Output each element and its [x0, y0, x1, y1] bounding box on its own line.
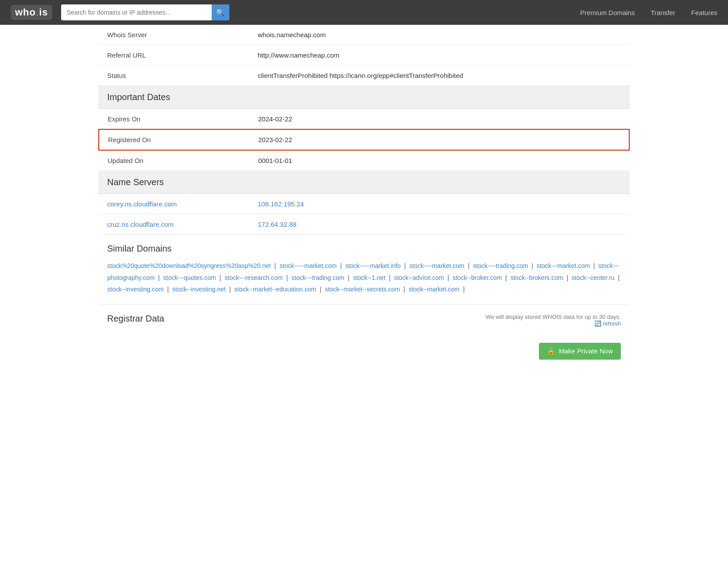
domain-separator: |	[387, 274, 392, 281]
registrar-data-note: We will display stored WHOIS data for up…	[486, 314, 621, 320]
lock-icon: 🔒	[547, 347, 555, 355]
similar-domains-section: Similar Domains stock%20quote%20download…	[98, 235, 630, 305]
important-dates-table: Expires On 2024-02-22 Registered On 2023…	[98, 109, 630, 171]
make-private-label: Make Private Now	[559, 347, 613, 355]
domain-separator: |	[166, 286, 170, 293]
ns-link-cell-1: corey.ns.cloudflare.com	[98, 194, 249, 214]
domain-separator: |	[403, 262, 407, 269]
similar-domain-link[interactable]: stock--brokers.com	[511, 274, 563, 281]
site-logo[interactable]: who.is	[11, 5, 52, 20]
status-row: Status clientTransferProhibited https://…	[98, 66, 630, 86]
whois-server-label: Whois Server	[98, 25, 249, 45]
ns-link-1[interactable]: corey.ns.cloudflare.com	[107, 200, 177, 208]
similar-domain-link[interactable]: stock---trading.com	[291, 274, 345, 281]
similar-domain-link[interactable]: stock%20quote%20download%20syngress%20as…	[107, 262, 271, 269]
similar-domain-link[interactable]: stock--center.ru	[572, 274, 614, 281]
referral-url-label: Referral URL	[98, 45, 249, 66]
registrar-data-title: Registrar Data	[107, 314, 164, 324]
similar-domain-link[interactable]: stock---quotes.com	[163, 274, 216, 281]
registered-on-row: Registered On 2023-02-22	[99, 129, 629, 150]
important-dates-header: Important Dates	[98, 86, 630, 109]
domain-separator: |	[530, 262, 535, 269]
domain-separator: |	[446, 274, 451, 281]
referral-url-row: Referral URL http://www.namecheap.com	[98, 45, 630, 66]
similar-domain-link[interactable]: stock--investing.com	[107, 286, 164, 293]
similar-domain-link[interactable]: stock--market--education.com	[234, 286, 316, 293]
search-bar: 🔍	[61, 4, 229, 20]
domain-separator: |	[466, 262, 471, 269]
status-label: Status	[98, 66, 249, 86]
ns-ip-2[interactable]: 172.64.32.88	[258, 221, 297, 228]
status-value: clientTransferProhibited https://icann.o…	[249, 66, 630, 86]
search-input[interactable]	[61, 4, 212, 20]
similar-domain-link[interactable]: stock---market.com	[537, 262, 590, 269]
whois-server-value: whois.namecheap.com	[249, 25, 630, 45]
whois-server-row: Whois Server whois.namecheap.com	[98, 25, 630, 45]
search-icon: 🔍	[216, 8, 225, 17]
similar-domain-link[interactable]: stock---research.com	[225, 274, 283, 281]
ns-ip-cell-2: 172.64.32.88	[249, 214, 630, 235]
make-private-button[interactable]: 🔒 Make Private Now	[539, 343, 621, 360]
refresh-icon: 🔄	[594, 320, 601, 327]
refresh-link[interactable]: 🔄 refresh	[594, 320, 621, 327]
ns-row-1: corey.ns.cloudflare.com 108.162.195.24	[98, 194, 630, 214]
ns-row-2: cruz.ns.cloudflare.com 172.64.32.88	[98, 214, 630, 235]
registered-on-value: 2023-02-22	[249, 129, 629, 150]
ns-link-2[interactable]: cruz.ns.cloudflare.com	[107, 221, 174, 228]
domain-separator: |	[228, 286, 232, 293]
logo-text: who.is	[11, 5, 52, 20]
expires-on-label: Expires On	[99, 109, 249, 129]
ns-ip-cell-1: 108.162.195.24	[249, 194, 630, 214]
search-button[interactable]: 🔍	[212, 4, 229, 20]
domain-separator: |	[218, 274, 223, 281]
domain-separator: |	[592, 262, 596, 269]
similar-domain-link[interactable]: stock--advice.com	[394, 274, 444, 281]
similar-domains-links: stock%20quote%20download%20syngress%20as…	[107, 260, 621, 295]
similar-domain-link[interactable]: stock--broker.com	[453, 274, 502, 281]
whois-partial-table: Whois Server whois.namecheap.com Referra…	[98, 25, 630, 86]
similar-domain-link[interactable]: stock--investing.net	[172, 286, 226, 293]
similar-domain-link[interactable]: stock--market.com	[409, 286, 460, 293]
name-servers-header: Name Servers	[98, 171, 630, 194]
expires-on-value: 2024-02-22	[249, 109, 629, 129]
domain-separator: |	[338, 262, 343, 269]
updated-on-row: Updated On 0001-01-01	[99, 150, 629, 171]
main-content: Whois Server whois.namecheap.com Referra…	[98, 25, 630, 367]
domain-trailing-sep: |	[461, 286, 465, 293]
domain-separator: |	[616, 274, 620, 281]
registered-on-label: Registered On	[99, 129, 249, 150]
similar-domain-link[interactable]: stock-----market.info	[345, 262, 401, 269]
domain-separator: |	[318, 286, 323, 293]
registrar-data-section: Registrar Data We will display stored WH…	[98, 305, 630, 336]
domain-separator: |	[273, 262, 278, 269]
domain-separator: |	[565, 274, 570, 281]
referral-url-value: http://www.namecheap.com	[249, 45, 630, 66]
main-nav: Premium Domains Transfer Features	[580, 9, 717, 16]
nav-premium-domains[interactable]: Premium Domains	[580, 9, 635, 16]
similar-domains-title: Similar Domains	[107, 244, 621, 254]
ns-link-cell-2: cruz.ns.cloudflare.com	[98, 214, 249, 235]
similar-domain-link[interactable]: stock--market--secrets.com	[325, 286, 400, 293]
domain-separator: |	[402, 286, 407, 293]
similar-domain-link[interactable]: stock--1.net	[353, 274, 385, 281]
updated-on-label: Updated On	[99, 150, 249, 171]
similar-domain-link[interactable]: stock----market.com	[409, 262, 464, 269]
similar-domain-link[interactable]: stock----trading.com	[473, 262, 528, 269]
domain-separator: |	[156, 274, 161, 281]
domain-separator: |	[503, 274, 508, 281]
nav-features[interactable]: Features	[691, 9, 717, 16]
site-header: who.is 🔍 Premium Domains Transfer Featur…	[0, 0, 728, 25]
name-servers-table: corey.ns.cloudflare.com 108.162.195.24 c…	[98, 194, 630, 235]
ns-ip-1[interactable]: 108.162.195.24	[258, 200, 304, 208]
footer-bar: 🔒 Make Private Now	[98, 336, 630, 367]
domain-separator: |	[346, 274, 351, 281]
similar-domain-link[interactable]: stock-----market.com	[279, 262, 337, 269]
domain-separator: |	[285, 274, 290, 281]
refresh-label: refresh	[603, 320, 621, 327]
registrar-data-info: We will display stored WHOIS data for up…	[486, 314, 621, 327]
expires-on-row: Expires On 2024-02-22	[99, 109, 629, 129]
nav-transfer[interactable]: Transfer	[651, 9, 675, 16]
updated-on-value: 0001-01-01	[249, 150, 629, 171]
